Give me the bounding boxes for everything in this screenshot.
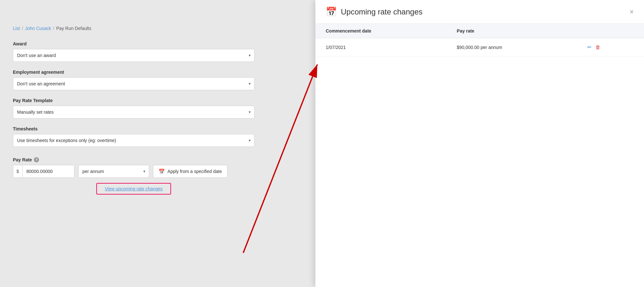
pay-rate-amount-input[interactable]	[23, 165, 74, 177]
pay-rate-template-select[interactable]: Manually set rates	[13, 106, 255, 119]
award-select[interactable]: Don't use an award	[13, 49, 255, 62]
breadcrumb-sep-2: /	[53, 26, 54, 31]
actions-cell: ✏ 🗑	[577, 38, 644, 56]
currency-symbol: $	[13, 165, 23, 177]
commencement-date-header: Commencement date	[315, 24, 447, 38]
period-select[interactable]: per annumper hourper dayper weekper fort…	[78, 165, 149, 178]
apply-from-date-button[interactable]: 📅 Apply from a specified date	[153, 165, 227, 178]
panel-title-group: 📅 Upcoming rate changes	[326, 6, 422, 17]
pay-rate-input-row: $ per annumper hourper dayper weekper fo…	[13, 165, 303, 178]
period-select-wrapper: per annumper hourper dayper weekper fort…	[78, 165, 149, 178]
view-upcoming-wrapper: View upcoming rate changes	[13, 183, 255, 195]
breadcrumb-sep-1: /	[22, 26, 23, 31]
panel-title: Upcoming rate changes	[341, 7, 422, 16]
view-upcoming-rate-changes-button[interactable]: View upcoming rate changes	[96, 183, 171, 195]
breadcrumb-person-link[interactable]: John Cusack	[25, 26, 51, 31]
timesheets-select[interactable]: Use timesheets for exceptions only (eg: …	[13, 134, 255, 147]
award-label: Award	[13, 41, 303, 46]
employment-agreement-label: Employment agreement	[13, 70, 303, 75]
actions-header	[577, 24, 644, 38]
timesheets-select-wrapper: Use timesheets for exceptions only (eg: …	[13, 134, 255, 147]
panel-calendar-icon: 📅	[326, 6, 337, 17]
pay-rate-header: Pay rate	[447, 24, 577, 38]
pay-rate-template-select-wrapper: Manually set rates ▾	[13, 106, 255, 119]
rate-changes-table: Commencement date Pay rate 1/07/2021 $90…	[315, 24, 644, 56]
table-row: 1/07/2021 $90,000.00 per annum ✏ 🗑	[315, 38, 644, 56]
commencement-date-cell: 1/07/2021	[315, 38, 447, 56]
employment-agreement-section: Employment agreement Don't use an agreem…	[13, 70, 303, 90]
employment-agreement-select-wrapper: Don't use an agreement ▾	[13, 77, 255, 90]
main-content: List / John Cusack / Pay Run Defaults Aw…	[0, 0, 316, 287]
apply-date-calendar-icon: 📅	[159, 168, 165, 175]
pay-rate-section: Pay Rate ? $ per annumper hourper dayper…	[13, 157, 303, 195]
breadcrumb-current-page: Pay Run Defaults	[56, 26, 91, 31]
upcoming-rate-changes-panel: 📅 Upcoming rate changes × Commencement d…	[315, 0, 644, 287]
delete-icon[interactable]: 🗑	[595, 44, 601, 50]
award-select-wrapper: Don't use an award ▾	[13, 49, 255, 62]
breadcrumb: List / John Cusack / Pay Run Defaults	[13, 26, 303, 31]
pay-rate-label-row: Pay Rate ?	[13, 157, 303, 162]
panel-header: 📅 Upcoming rate changes ×	[315, 0, 644, 24]
pay-rate-input-group: $	[13, 165, 74, 178]
panel-close-button[interactable]: ×	[630, 8, 634, 15]
pay-rate-label-text: Pay Rate	[13, 157, 32, 162]
pay-rate-cell: $90,000.00 per annum	[447, 38, 577, 56]
breadcrumb-list-link[interactable]: List	[13, 26, 20, 31]
award-section: Award Don't use an award ▾	[13, 41, 303, 62]
pay-rate-template-section: Pay Rate Template Manually set rates ▾	[13, 98, 303, 119]
apply-date-button-label: Apply from a specified date	[168, 169, 222, 174]
table-header-row: Commencement date Pay rate	[315, 24, 644, 38]
edit-icon[interactable]: ✏	[587, 44, 591, 50]
action-icons-group: ✏ 🗑	[587, 44, 634, 50]
pay-rate-help-icon[interactable]: ?	[34, 157, 39, 162]
employment-agreement-select[interactable]: Don't use an agreement	[13, 77, 255, 90]
pay-rate-template-label: Pay Rate Template	[13, 98, 303, 103]
timesheets-section: Timesheets Use timesheets for exceptions…	[13, 126, 303, 147]
timesheets-label: Timesheets	[13, 126, 303, 131]
